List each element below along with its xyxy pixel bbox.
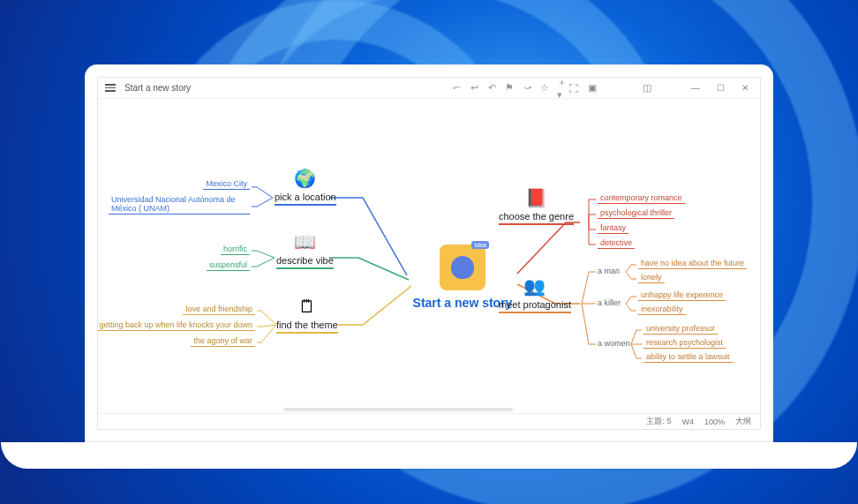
close-button[interactable]: ✕ [737,83,753,93]
titlebar: Start a new story ⤺ ↩ ↶ ⚑ ⤻ ☆ ＋▾ ⛶ ▣ ◫ [98,78,760,99]
book-icon: 📕 [525,187,547,208]
protag-group-0[interactable]: a man [598,267,620,275]
branch-genre[interactable]: 📕 choose the genre [499,187,574,225]
leaf-theme-0[interactable]: love and friendship [183,304,255,315]
branch-protagonist[interactable]: 👥 meet protagonist [499,275,571,313]
status-outline[interactable]: 大纲 [735,416,751,427]
leaf-genre-2[interactable]: fantasy [598,222,628,234]
leaf-location-0[interactable]: Mexico City [203,178,250,190]
horizontal-scrollbar[interactable] [283,408,513,411]
globe-icon: 🌍 [294,168,316,189]
leaf-women-1[interactable]: research psychologist [644,337,726,349]
undo-icon[interactable]: ↶ [486,83,497,94]
document-title: Start a new story [124,83,191,93]
status-topics: 主题: 5 [646,416,671,427]
leaf-location-1[interactable]: Universidad Nacional Autónoma de México … [109,194,250,214]
people-icon: 👥 [523,275,546,297]
leaf-man-0[interactable]: have no idea about the future [638,258,747,269]
maximize-button[interactable]: ☐ [712,83,728,93]
split-view-icon[interactable]: ◫ [642,83,652,94]
back-icon[interactable]: ⤺ [451,83,462,94]
flag-icon[interactable]: ⚑ [504,83,515,94]
leaf-killer-0[interactable]: unhappy life experence [638,290,726,301]
leaf-genre-1[interactable]: psychological thriller [598,207,674,219]
fullscreen-icon[interactable]: ⛶ [568,83,578,94]
notebook-icon: 📖 [294,231,316,252]
status-words: W4 [681,417,694,426]
idea-icon: Idea [440,244,485,290]
leaf-vibe-0[interactable]: horrific [221,244,250,255]
statusbar: 主题: 5 W4 100% 大纲 [98,413,760,429]
mindmap-app-window: Start a new story ⤺ ↩ ↶ ⚑ ⤻ ☆ ＋▾ ⛶ ▣ ◫ [97,77,761,430]
minimize-button[interactable]: — [688,83,704,93]
leaf-killer-1[interactable]: inexorability [638,304,686,315]
leaf-man-1[interactable]: lonely [638,272,665,283]
status-zoom[interactable]: 100% [704,417,725,426]
sticky-note-icon: 🗒 [298,297,316,317]
branch-theme[interactable]: 🗒 find the theme [276,297,338,334]
leaf-vibe-1[interactable]: suspensful [207,260,250,271]
leaf-women-0[interactable]: university professor [644,323,718,335]
back2-icon[interactable]: ↩ [469,83,479,94]
branch-vibe[interactable]: 📖 describe vibe [276,231,334,269]
add-icon[interactable]: ＋▾ [557,83,568,94]
protag-group-1[interactable]: a killer [598,298,621,307]
leaf-genre-0[interactable]: contemporary romance [598,192,685,204]
star-icon[interactable]: ☆ [539,83,550,94]
laptop-frame: Start a new story ⤺ ↩ ↶ ⚑ ⤻ ☆ ＋▾ ⛶ ▣ ◫ [27,64,831,469]
hamburger-menu-icon[interactable] [105,84,116,92]
present-icon[interactable]: ▣ [587,83,598,94]
leaf-women-2[interactable]: ability to settle a lawsuit [644,351,733,363]
protag-group-2[interactable]: a women [598,339,630,348]
leaf-theme-2[interactable]: the agony of war [191,335,255,347]
leaf-genre-3[interactable]: detective [598,237,635,249]
branch-location[interactable]: 🌍 pick a location [275,168,336,206]
forward-icon[interactable]: ⤻ [522,83,532,94]
mindmap-canvas[interactable]: Idea Start a new story 🌍 pick a location… [98,99,760,413]
leaf-theme-1[interactable]: getting back up when life knocks your do… [98,320,255,331]
